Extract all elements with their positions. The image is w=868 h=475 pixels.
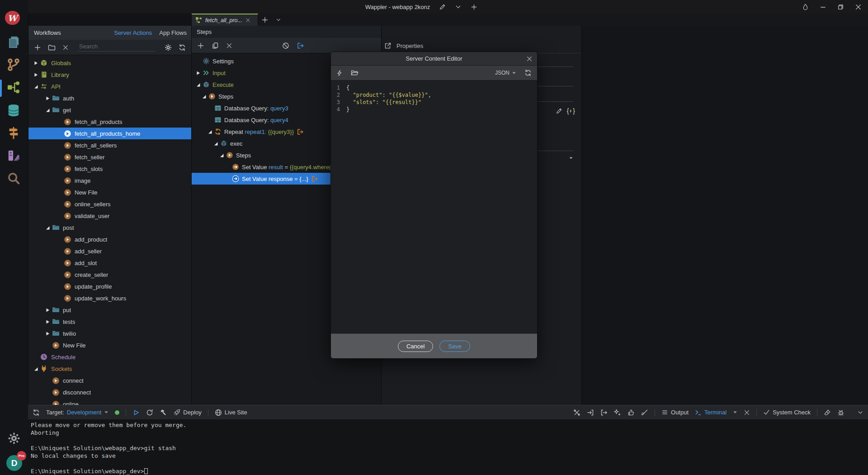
tab-server-actions[interactable]: Server Actions <box>114 29 152 36</box>
add-action-button[interactable] <box>34 44 41 51</box>
workflows-tree-item[interactable]: tests <box>28 316 191 328</box>
twisty-expanded-icon[interactable] <box>194 83 202 87</box>
design-icon[interactable] <box>7 149 20 162</box>
workflows-tree-item[interactable]: fetch_all_products_home <box>28 128 191 139</box>
workflows-tree-item[interactable]: API <box>28 81 191 92</box>
dialog-refresh-icon[interactable] <box>524 69 532 76</box>
deploy-button[interactable]: Deploy <box>173 409 201 416</box>
routes-icon[interactable] <box>7 126 20 140</box>
mode-select[interactable]: JSON <box>495 70 516 76</box>
twisty-collapsed-icon[interactable] <box>44 320 52 324</box>
workflows-tree-item[interactable]: auth <box>28 92 191 104</box>
close-button[interactable] <box>855 4 862 10</box>
git-icon[interactable] <box>7 58 20 71</box>
tab-close-icon[interactable] <box>245 18 250 23</box>
minimize-button[interactable] <box>820 4 826 10</box>
run-button[interactable] <box>132 409 140 416</box>
workflows-icon[interactable] <box>7 81 20 94</box>
workflows-tree-item[interactable]: fetch_slots <box>28 163 191 175</box>
export-icon[interactable] <box>600 409 608 416</box>
output-tab[interactable]: Output <box>661 409 689 416</box>
options-gear-icon[interactable] <box>165 44 172 51</box>
workflows-tree-item[interactable]: disconnect <box>28 386 191 398</box>
workflows-tree-item[interactable]: update_profile <box>28 280 191 292</box>
save-button[interactable]: Save <box>439 341 470 352</box>
reload-button[interactable] <box>146 409 153 416</box>
new-project-icon[interactable] <box>471 4 477 10</box>
twisty-expanded-icon[interactable] <box>44 108 52 112</box>
edit-pencil-icon[interactable] <box>556 108 562 114</box>
data-binding-icon[interactable]: {} <box>567 107 575 114</box>
workflows-tree-item[interactable]: add_product <box>28 233 191 245</box>
live-site-button[interactable]: Live Site <box>215 409 247 416</box>
workflows-tree-item[interactable]: New File <box>28 339 191 351</box>
workflows-tree-item[interactable]: Schedule <box>28 351 191 363</box>
close-panel-icon[interactable] <box>744 409 750 416</box>
workflows-tree-item[interactable]: New File <box>28 186 191 198</box>
project-dropdown-icon[interactable] <box>455 4 462 10</box>
open-file-icon[interactable] <box>351 69 359 76</box>
workflows-tree-item[interactable]: online <box>28 398 191 405</box>
cancel-button[interactable]: Cancel <box>398 341 433 352</box>
target-selector[interactable]: Target: Development <box>46 409 108 416</box>
pages-icon[interactable] <box>7 35 20 48</box>
new-tab-button[interactable] <box>258 14 272 26</box>
workflows-tree-item[interactable]: connect <box>28 375 191 386</box>
target-sync-icon[interactable] <box>33 409 40 416</box>
disable-step-button[interactable] <box>282 42 289 49</box>
restore-button[interactable] <box>837 4 844 10</box>
terminal-output[interactable]: Please move or remove them before you me… <box>28 419 868 475</box>
delete-button[interactable] <box>62 44 69 51</box>
twisty-collapsed-icon[interactable] <box>32 73 40 77</box>
build-hammer-icon[interactable] <box>160 409 167 416</box>
twisty-collapsed-icon[interactable] <box>44 332 52 336</box>
workflows-tree-item[interactable]: online_sellers <box>28 198 191 210</box>
twisty-expanded-icon[interactable] <box>212 142 220 146</box>
settings-gear-icon[interactable] <box>8 432 20 445</box>
dialog-close-icon[interactable] <box>526 56 533 62</box>
refresh-icon[interactable] <box>179 44 186 51</box>
workflows-tree-item[interactable]: Globals <box>28 57 191 69</box>
workflows-tree-item[interactable]: Library <box>28 69 191 81</box>
twisty-expanded-icon[interactable] <box>44 226 52 230</box>
twisty-expanded-icon[interactable] <box>218 153 226 157</box>
system-check-button[interactable]: System Check <box>763 409 811 416</box>
workflows-tree-item[interactable]: fetch_seller <box>28 151 191 163</box>
workflows-tree-item[interactable]: add_slot <box>28 257 191 269</box>
twisty-collapsed-icon[interactable] <box>44 96 52 100</box>
debug-bug-icon[interactable] <box>837 409 844 416</box>
theme-droplet-icon[interactable] <box>802 4 809 10</box>
twisty-expanded-icon[interactable] <box>32 367 40 371</box>
workflows-tree-item[interactable]: get <box>28 104 191 116</box>
tools-icon[interactable] <box>573 409 580 416</box>
workflows-tree-item[interactable]: fetch_all_products <box>28 116 191 128</box>
copy-step-button[interactable] <box>212 42 219 49</box>
database-icon[interactable] <box>7 104 20 117</box>
search-icon[interactable] <box>7 171 20 185</box>
terminal-tab[interactable]: Terminal <box>695 409 726 416</box>
sparkles-icon[interactable] <box>614 409 621 416</box>
wappler-logo[interactable]: W <box>5 11 20 25</box>
clear-terminal-icon[interactable] <box>824 409 831 416</box>
tab-list-chevron[interactable] <box>272 14 285 26</box>
workflows-tree-item[interactable]: add_seller <box>28 245 191 257</box>
workflows-tree-item[interactable]: twilio <box>28 328 191 339</box>
add-step-button[interactable] <box>197 42 204 49</box>
rename-project-icon[interactable] <box>439 4 446 10</box>
workflows-tree-item[interactable]: Sockets <box>28 363 191 375</box>
tab-fetch-all-products-home[interactable]: fetch_all_pro... <box>192 14 258 26</box>
workflows-tree-item[interactable]: post <box>28 222 191 233</box>
workflows-tree-item[interactable]: create_seller <box>28 269 191 280</box>
dynamic-data-bolt-icon[interactable] <box>336 70 343 76</box>
twisty-expanded-icon[interactable] <box>200 95 208 99</box>
import-icon[interactable] <box>587 409 594 416</box>
thumbs-up-icon[interactable] <box>627 409 635 416</box>
collapse-panel-icon[interactable] <box>857 409 863 416</box>
twisty-collapsed-icon[interactable] <box>194 71 202 75</box>
workflows-tree-item[interactable]: fetch_all_sellers <box>28 139 191 151</box>
extract-step-button[interactable] <box>297 42 304 49</box>
tab-app-flows[interactable]: App Flows <box>159 29 187 36</box>
twisty-expanded-icon[interactable] <box>32 85 40 89</box>
code-editor[interactable]: 1{2 "product": "{{$value}}",3 "slots": "… <box>331 81 537 333</box>
property-dropdown-icon[interactable] <box>569 156 573 160</box>
